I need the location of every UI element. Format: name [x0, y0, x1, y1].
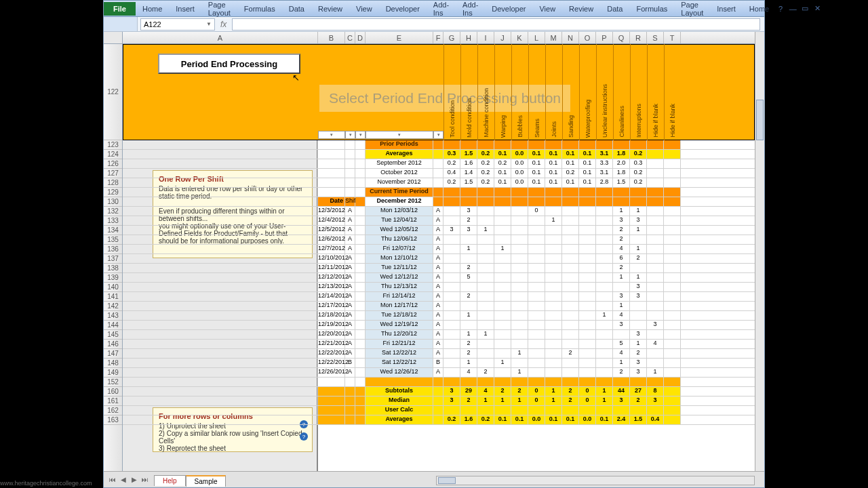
row-header[interactable]: 141 — [104, 292, 122, 302]
col-header[interactable]: I — [477, 32, 494, 43]
cell[interactable]: 12/22/2012 — [318, 349, 345, 358]
cell[interactable] — [433, 406, 443, 415]
cell[interactable] — [511, 359, 528, 367]
chevron-down-icon[interactable]: ▼ — [206, 21, 212, 27]
cell[interactable]: 2 — [630, 396, 647, 405]
cell[interactable]: 1 — [511, 368, 528, 377]
cell[interactable] — [664, 169, 681, 178]
cell[interactable] — [355, 273, 366, 282]
cell[interactable] — [528, 368, 545, 377]
cell[interactable] — [664, 292, 681, 301]
filter-dropdown[interactable]: ▾ — [345, 131, 355, 139]
cell[interactable] — [664, 235, 681, 244]
cell[interactable]: A — [433, 273, 443, 282]
cell[interactable]: 2 — [460, 396, 477, 405]
cell[interactable] — [443, 302, 460, 310]
cell[interactable] — [443, 311, 460, 320]
ribbon-tab[interactable]: Formulas — [237, 2, 282, 16]
row-header[interactable]: 142 — [104, 302, 122, 311]
cell[interactable] — [579, 226, 596, 235]
cell[interactable] — [647, 197, 664, 206]
cell[interactable] — [345, 150, 355, 159]
cell[interactable] — [664, 245, 681, 253]
cell[interactable]: A — [345, 216, 355, 225]
cell[interactable] — [433, 150, 443, 159]
cell[interactable]: A — [433, 330, 443, 339]
cell[interactable]: 0.4 — [443, 169, 460, 178]
cell[interactable]: A — [345, 207, 355, 216]
cell[interactable]: A — [433, 235, 443, 244]
cell[interactable]: 1 — [613, 359, 630, 367]
cell[interactable]: A — [433, 226, 443, 235]
cell[interactable] — [443, 340, 460, 348]
cell[interactable] — [123, 396, 318, 405]
cell[interactable] — [562, 197, 579, 206]
cell[interactable] — [545, 378, 562, 386]
cell[interactable]: 0 — [579, 387, 596, 396]
cell[interactable] — [318, 378, 345, 386]
cell[interactable] — [596, 378, 613, 386]
col-header[interactable]: P — [596, 32, 613, 43]
cell[interactable] — [355, 302, 366, 310]
cell[interactable] — [477, 378, 494, 386]
col-header[interactable]: E — [366, 32, 433, 43]
cell[interactable] — [460, 197, 477, 206]
cell[interactable] — [318, 188, 345, 197]
row-header[interactable]: 137 — [104, 254, 122, 264]
cell[interactable] — [511, 264, 528, 272]
cell[interactable]: Median — [366, 396, 433, 405]
cell[interactable]: 1 — [494, 396, 511, 405]
cell[interactable] — [511, 302, 528, 310]
row-header[interactable]: 162 — [104, 406, 122, 415]
cell[interactable] — [545, 311, 562, 320]
cell[interactable]: A — [433, 283, 443, 291]
cell[interactable] — [664, 378, 681, 386]
cell[interactable]: 1 — [630, 340, 647, 348]
cell[interactable] — [345, 378, 355, 386]
scrollbar-thumb[interactable] — [438, 477, 456, 484]
cell[interactable] — [596, 235, 613, 244]
cell[interactable] — [477, 245, 494, 253]
cell[interactable]: A — [433, 349, 443, 358]
cell[interactable] — [562, 235, 579, 244]
cell[interactable] — [664, 226, 681, 235]
cell[interactable]: Mon 12/17/12 — [366, 302, 433, 310]
cell[interactable]: 8 — [647, 387, 664, 396]
cell[interactable] — [494, 321, 511, 329]
cell[interactable] — [494, 235, 511, 244]
cell[interactable] — [545, 321, 562, 329]
cell[interactable] — [494, 340, 511, 348]
row-header[interactable]: 123 — [104, 140, 122, 150]
cell[interactable] — [647, 330, 664, 339]
cell[interactable] — [528, 188, 545, 197]
cell[interactable] — [596, 254, 613, 263]
cell[interactable]: Tue 12/04/12 — [366, 216, 433, 225]
cell[interactable] — [647, 302, 664, 310]
cell[interactable]: 12/18/2012 — [318, 311, 345, 320]
cell[interactable]: 1 — [613, 273, 630, 282]
cell[interactable]: 0.0 — [528, 415, 545, 424]
cell[interactable] — [579, 302, 596, 310]
cell[interactable]: 0.3 — [630, 159, 647, 168]
cell[interactable] — [562, 378, 579, 386]
cell[interactable] — [355, 159, 366, 168]
cell[interactable] — [477, 340, 494, 348]
cell[interactable] — [443, 140, 460, 149]
cell[interactable]: 0 — [528, 387, 545, 396]
cell[interactable] — [355, 254, 366, 263]
cell[interactable] — [664, 150, 681, 159]
cell[interactable]: Thu 12/20/12 — [366, 330, 433, 339]
row-header[interactable]: 130 — [104, 197, 122, 207]
ribbon-tab[interactable]: Review — [311, 2, 349, 16]
cell[interactable]: 2 — [613, 235, 630, 244]
row-header[interactable]: 140 — [104, 283, 122, 292]
cell[interactable] — [511, 245, 528, 253]
cell[interactable] — [545, 197, 562, 206]
cell[interactable] — [579, 273, 596, 282]
cell[interactable] — [579, 140, 596, 149]
cell[interactable]: 3 — [460, 207, 477, 216]
cell[interactable] — [460, 235, 477, 244]
cell[interactable] — [545, 359, 562, 367]
cell[interactable] — [664, 188, 681, 197]
row-header[interactable]: 122 — [104, 44, 122, 140]
